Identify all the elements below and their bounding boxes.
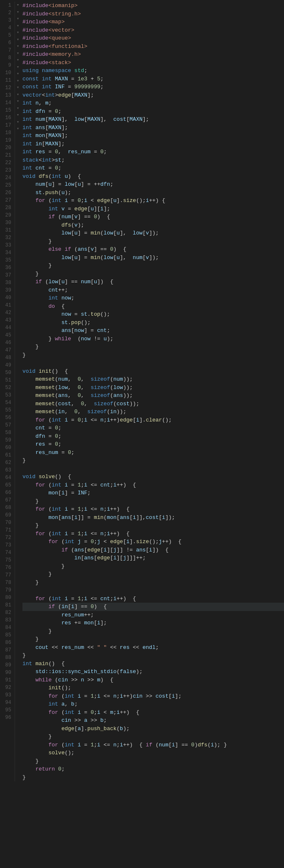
code-line: } bbox=[22, 570, 284, 579]
line-number: 50 bbox=[2, 369, 11, 377]
code-line: if (in[i] == 0) { bbox=[22, 603, 284, 611]
code-line: for (int i = 1;i <= n;i++)cin >> cost[i]… bbox=[22, 692, 284, 701]
code-line: } bbox=[22, 497, 284, 506]
line-number: 56 bbox=[2, 414, 11, 422]
line-number: 27 bbox=[2, 197, 11, 204]
code-line: int cnt = 0; bbox=[22, 164, 284, 172]
fold-marker[interactable]: ▾ bbox=[16, 2, 20, 9]
code-line: int ans[MAXN]; bbox=[22, 124, 284, 132]
code-line: for (int i = 1;i <= cnt;i++) { bbox=[22, 595, 284, 603]
code-line: } bbox=[22, 456, 284, 465]
code-line: if (num[v] == 0) { bbox=[22, 213, 284, 221]
line-number: 33 bbox=[2, 242, 11, 249]
code-line: init(); bbox=[22, 684, 284, 692]
line-number: 40 bbox=[2, 294, 11, 302]
fold-marker[interactable]: ▾ bbox=[16, 125, 20, 132]
code-line: } while (now != u); bbox=[22, 335, 284, 343]
line-number: 28 bbox=[2, 204, 11, 212]
fold-marker[interactable]: ▾ bbox=[16, 98, 20, 105]
code-line: for (int j = 0;j < edge[i].size();j++) { bbox=[22, 538, 284, 546]
fold-marker[interactable]: ▾ bbox=[16, 119, 20, 126]
line-number: 8 bbox=[2, 54, 11, 62]
code-line: if (ans[edge[i][j]] != ans[i]) { bbox=[22, 546, 284, 554]
line-number: 73 bbox=[2, 541, 11, 549]
line-number: 4 bbox=[2, 24, 11, 32]
fold-marker[interactable]: ▾ bbox=[16, 22, 20, 30]
line-number: 91 bbox=[2, 676, 11, 684]
fold-marker[interactable]: ▾ bbox=[16, 91, 20, 98]
code-line: #include<iomanip> bbox=[22, 2, 284, 10]
line-number: 67 bbox=[2, 496, 11, 504]
code-line: solve(); bbox=[22, 749, 284, 757]
line-number: 26 bbox=[2, 189, 11, 197]
fold-marker[interactable]: ▾ bbox=[16, 15, 20, 22]
code-line: #include<memory.h> bbox=[22, 50, 284, 59]
line-number: 16 bbox=[2, 114, 11, 122]
line-number: 68 bbox=[2, 504, 11, 511]
code-line: if (low[u] == num[u]) { bbox=[22, 278, 284, 286]
line-number: 89 bbox=[2, 661, 11, 669]
code-line: int a, b; bbox=[22, 700, 284, 708]
code-line: mon[ans[i]] = min(mon[ans[i]],cost[i]); bbox=[22, 514, 284, 522]
code-line: do { bbox=[22, 302, 284, 311]
fold-marker[interactable]: ▾ bbox=[16, 77, 20, 85]
code-line: for (int i = 1;i <= n;i++) { if (num[i] … bbox=[22, 741, 284, 749]
line-number: 82 bbox=[2, 609, 11, 616]
line-number: 45 bbox=[2, 332, 11, 339]
line-number: 23 bbox=[2, 167, 11, 174]
fold-marker[interactable]: ▾ bbox=[16, 50, 20, 57]
line-number: 74 bbox=[2, 549, 11, 556]
line-numbers: 1234567891011121314151617181920212223242… bbox=[0, 2, 15, 781]
line-number: 9 bbox=[2, 62, 11, 69]
fold-marker[interactable]: ▾ bbox=[16, 70, 20, 77]
code-line: std::ios::sync_with_stdio(false); bbox=[22, 668, 284, 676]
line-number: 2 bbox=[2, 9, 11, 17]
code-line bbox=[22, 359, 284, 367]
code-line: else if (ans[v] == 0) { bbox=[22, 245, 284, 254]
code-line: for (int i = 1;i <= n;i++) { bbox=[22, 505, 284, 514]
fold-marker[interactable]: ▾ bbox=[16, 105, 20, 112]
line-number: 83 bbox=[2, 616, 11, 624]
code-line bbox=[22, 586, 284, 595]
line-number: 78 bbox=[2, 579, 11, 586]
fold-marker[interactable]: ▾ bbox=[16, 29, 20, 36]
fold-marker[interactable]: ▾ bbox=[16, 43, 20, 50]
fold-marker[interactable]: ▾ bbox=[16, 57, 20, 64]
line-number: 75 bbox=[2, 556, 11, 564]
line-number: 46 bbox=[2, 339, 11, 347]
line-number: 72 bbox=[2, 534, 11, 541]
line-number: 90 bbox=[2, 669, 11, 676]
code-line: mon[i] = INF; bbox=[22, 489, 284, 497]
line-number: 94 bbox=[2, 699, 11, 706]
fold-marker[interactable]: ▾ bbox=[16, 64, 20, 71]
line-number: 32 bbox=[2, 234, 11, 242]
line-number: 18 bbox=[2, 129, 11, 137]
fold-marker[interactable]: ▾ bbox=[16, 9, 20, 16]
code-line: res_num++; bbox=[22, 611, 284, 619]
code-line: ans[now] = cnt; bbox=[22, 327, 284, 335]
fold-marker[interactable]: ▾ bbox=[16, 84, 20, 91]
line-number: 1 bbox=[2, 2, 11, 9]
line-number: 37 bbox=[2, 272, 11, 279]
code-line: cnt++; bbox=[22, 286, 284, 294]
fold-marker[interactable]: ▾ bbox=[16, 112, 20, 119]
line-number: 24 bbox=[2, 174, 11, 182]
code-line: in[ans[edge[i][j]]]++; bbox=[22, 554, 284, 562]
code-line: #include<map> bbox=[22, 18, 284, 26]
code-line: low[u] = min(low[u], low[v]); bbox=[22, 229, 284, 237]
fold-marker[interactable]: ▾ bbox=[16, 36, 20, 43]
line-number: 54 bbox=[2, 399, 11, 407]
code-line: res += mon[i]; bbox=[22, 619, 284, 627]
code-line: int v = edge[u][i]; bbox=[22, 205, 284, 213]
code-line: void dfs(int u) { bbox=[22, 172, 284, 181]
fold-markers[interactable]: ▾▾▾▾▾▾▾▾▾▾▾▾▾▾▾▾▾▾▾ bbox=[15, 2, 21, 781]
code-line: int main() { bbox=[22, 660, 284, 668]
code-line: memset(cost, 0, sizeof(cost)); bbox=[22, 400, 284, 408]
line-number: 53 bbox=[2, 392, 11, 399]
code-line: void init() { bbox=[22, 367, 284, 376]
code-line: int n, m; bbox=[22, 99, 284, 107]
code-line: for (int i = 1;i <= n;i++) { bbox=[22, 530, 284, 538]
code-line: #include<stack> bbox=[22, 59, 284, 67]
code-line: } bbox=[22, 262, 284, 270]
code-content[interactable]: #include<iomanip>#include<string.h>#incl… bbox=[21, 2, 284, 781]
